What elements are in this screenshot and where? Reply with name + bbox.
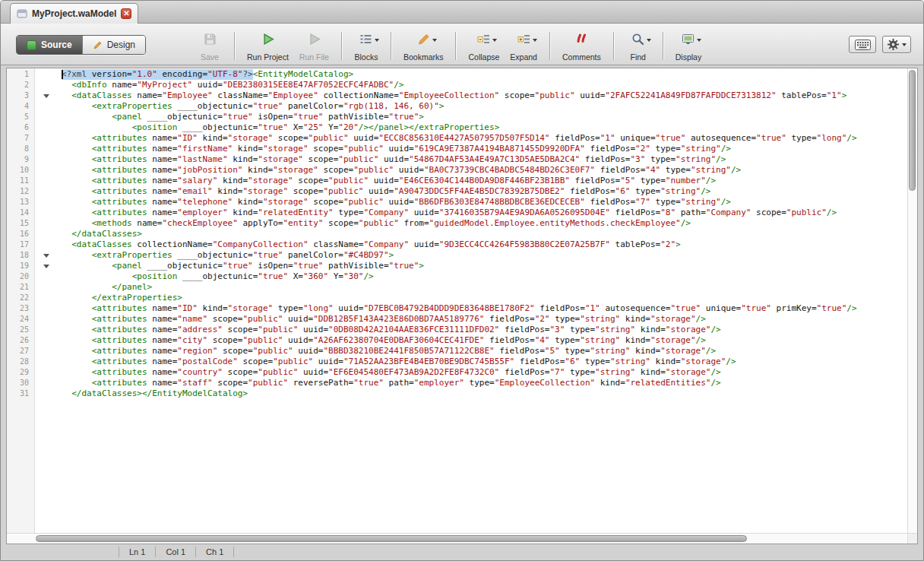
code-line[interactable]: </dataClasses> bbox=[62, 229, 907, 239]
code-line[interactable]: </panel> bbox=[62, 282, 907, 293]
line-number: 24 bbox=[7, 314, 34, 325]
code-line[interactable]: <attributes name="address" scope="public… bbox=[62, 325, 907, 335]
code-line[interactable]: <attributes name="region" scope="public"… bbox=[62, 346, 907, 357]
line-number: 10 bbox=[7, 165, 34, 176]
code-line[interactable]: <attributes name="ID" kind="storage" sco… bbox=[62, 133, 907, 144]
tab-myproject-wamodel[interactable]: MyProject.waModel ✕ bbox=[10, 3, 138, 24]
run-file-icon bbox=[307, 30, 321, 48]
toolbar-separator bbox=[391, 32, 391, 60]
design-tab-button[interactable]: Design bbox=[82, 36, 145, 54]
status-char: Ch 1 bbox=[195, 547, 234, 557]
fold-cell bbox=[35, 176, 57, 186]
code-line[interactable]: <attributes name="country" scope="public… bbox=[62, 367, 907, 378]
find-button[interactable]: Find bbox=[621, 29, 656, 63]
vertical-scrollbar-thumb[interactable] bbox=[909, 70, 916, 191]
code-area[interactable]: <?xml version="1.0" encoding="UTF-8"?><E… bbox=[57, 68, 917, 544]
status-column: Col 1 bbox=[155, 547, 195, 557]
code-line[interactable]: </extraProperties> bbox=[62, 293, 907, 303]
dropdown-caret-icon bbox=[647, 39, 651, 44]
code-line[interactable]: <methods name="checkEmployee" applyTo="e… bbox=[62, 218, 907, 229]
display-button[interactable]: Display bbox=[670, 29, 707, 63]
code-line[interactable]: <dataClasses name="Employee" className="… bbox=[62, 90, 907, 101]
fold-open-icon[interactable] bbox=[43, 254, 49, 258]
pencil-icon bbox=[416, 30, 431, 48]
fold-gutter[interactable] bbox=[35, 68, 57, 544]
fold-cell bbox=[35, 367, 57, 378]
keyboard-shortcuts-button[interactable] bbox=[849, 36, 876, 53]
line-number: 31 bbox=[7, 388, 34, 399]
toolbar-right-buttons bbox=[849, 36, 911, 53]
code-line[interactable]: <attributes name="ID" kind="storage" typ… bbox=[62, 303, 907, 314]
app-window: MyProject.waModel ✕ Source Design S bbox=[0, 0, 924, 561]
code-line[interactable]: <attributes name="postalCode" scope="pub… bbox=[62, 357, 907, 367]
code-line[interactable]: <attributes name="salary" kind="storage"… bbox=[62, 176, 907, 186]
fold-cell bbox=[35, 165, 57, 176]
tab-bar: MyProject.waModel ✕ bbox=[1, 1, 923, 24]
code-line[interactable]: </dataClasses></EntityModelCatalog> bbox=[62, 388, 907, 399]
expand-button[interactable]: Expand bbox=[505, 29, 543, 63]
toolbar-separator bbox=[549, 32, 550, 60]
comments-button[interactable]: Comments bbox=[557, 29, 606, 63]
line-number: 14 bbox=[7, 208, 34, 218]
code-line[interactable]: <position ____objectunic="true" X="25" Y… bbox=[62, 122, 907, 133]
line-number: 26 bbox=[7, 335, 34, 346]
save-button[interactable]: Save bbox=[192, 29, 227, 63]
source-tab-button[interactable]: Source bbox=[17, 36, 82, 54]
display-label: Display bbox=[676, 52, 701, 62]
dropdown-caret-icon bbox=[375, 39, 379, 44]
fold-cell bbox=[35, 357, 57, 367]
design-pencil-icon bbox=[93, 40, 103, 50]
code-line[interactable]: <panel ____objectunic="true" isOpen="tru… bbox=[62, 112, 907, 122]
code-line[interactable]: <attributes name="city" scope="public" u… bbox=[62, 335, 907, 346]
tab-close-icon[interactable]: ✕ bbox=[121, 8, 131, 19]
code-line[interactable]: <attributes name="employer" kind="relate… bbox=[62, 208, 907, 218]
code-line[interactable]: <attributes name="telephone" kind="stora… bbox=[62, 197, 907, 208]
settings-button[interactable] bbox=[882, 36, 911, 53]
code-line[interactable]: <attributes name="staff" scope="public" … bbox=[62, 378, 907, 388]
line-number: 12 bbox=[7, 186, 34, 197]
code-line[interactable]: <dbInfo name="MyProject" uuid="DEB238031… bbox=[62, 80, 907, 90]
code-line[interactable]: <extraProperties ____objectunic="true" p… bbox=[62, 250, 907, 261]
fold-cell bbox=[35, 261, 57, 271]
fold-cell bbox=[35, 314, 57, 325]
code-line[interactable]: <position ____objectunic="true" X="360" … bbox=[62, 271, 907, 282]
line-number: 8 bbox=[7, 144, 34, 154]
source-icon bbox=[27, 40, 36, 50]
line-number: 21 bbox=[7, 282, 34, 293]
line-number: 29 bbox=[7, 367, 34, 378]
fold-cell bbox=[35, 90, 57, 101]
horizontal-scrollbar-thumb[interactable] bbox=[36, 535, 747, 542]
collapse-button[interactable]: Collapse bbox=[463, 29, 505, 63]
code-line[interactable]: <attributes name="email" kind="storage" … bbox=[62, 186, 907, 197]
vertical-scrollbar[interactable] bbox=[907, 68, 917, 533]
blocks-button[interactable]: Blocks bbox=[349, 29, 384, 63]
blocks-label: Blocks bbox=[355, 52, 378, 62]
line-number: 23 bbox=[7, 303, 34, 314]
code-line[interactable]: <dataClasses collectionName="CompanyColl… bbox=[62, 239, 907, 250]
line-number: 15 bbox=[7, 218, 34, 229]
code-line[interactable]: <attributes name="jobPosition" kind="sto… bbox=[62, 165, 907, 176]
fold-cell bbox=[35, 378, 57, 388]
code-line[interactable]: <attributes name="firstName" kind="stora… bbox=[62, 144, 907, 154]
code-line[interactable]: <panel ____objectunic="true" isOpen="tru… bbox=[62, 261, 907, 271]
code-line[interactable]: <attributes name="name" scope="public" u… bbox=[62, 314, 907, 325]
fold-cell bbox=[35, 282, 57, 293]
fold-open-icon[interactable] bbox=[43, 265, 49, 268]
save-label: Save bbox=[201, 52, 219, 62]
run-file-button[interactable]: Run File bbox=[294, 29, 334, 63]
text-cursor bbox=[62, 70, 63, 79]
fold-cell bbox=[35, 133, 57, 144]
code-line[interactable]: <extraProperties ____objectunic="true" p… bbox=[62, 101, 907, 112]
code-line[interactable]: <?xml version="1.0" encoding="UTF-8"?><E… bbox=[62, 69, 907, 80]
fold-cell bbox=[35, 101, 57, 112]
fold-cell bbox=[35, 69, 57, 80]
code-editor[interactable]: 1234567891011121314151617181920212223242… bbox=[6, 68, 918, 544]
fold-open-icon[interactable] bbox=[43, 94, 49, 98]
status-line: Ln 1 bbox=[119, 547, 155, 557]
bookmarks-button[interactable]: Bookmarks bbox=[398, 29, 449, 63]
run-file-label: Run File bbox=[299, 52, 329, 62]
horizontal-scrollbar[interactable] bbox=[7, 533, 907, 544]
code-line[interactable]: <attributes name="lastName" kind="storag… bbox=[62, 154, 907, 165]
line-number-gutter: 1234567891011121314151617181920212223242… bbox=[7, 68, 35, 544]
run-project-button[interactable]: Run Project bbox=[242, 29, 294, 63]
